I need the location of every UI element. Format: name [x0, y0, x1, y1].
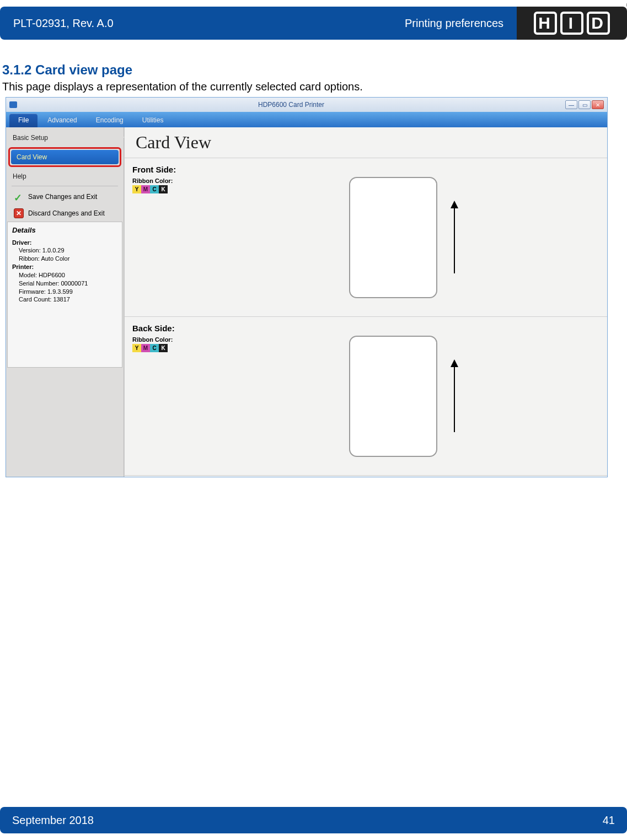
x-icon: ✕	[14, 208, 24, 218]
details-driver-label: Driver:	[12, 239, 31, 246]
footer-date: September 2018	[12, 814, 94, 827]
doc-header-bar: PLT-02931, Rev. A.0 Printing preferences	[0, 7, 517, 40]
footer-page-number: 41	[603, 814, 615, 827]
front-card-preview	[240, 158, 607, 316]
ribbon-chip-c-back: C	[150, 344, 159, 352]
ribbon-chip-k: K	[159, 185, 168, 193]
sidebar-action-discard-label: Discard Changes and Exit	[28, 209, 105, 217]
doc-header: PLT-02931, Rev. A.0 Printing preferences…	[0, 7, 627, 40]
front-ribbon-chips: Y M C K	[132, 185, 240, 193]
back-ribbon-chips: Y M C K	[132, 344, 240, 352]
section-description: This page displays a representation of t…	[2, 80, 363, 93]
section-heading: 3.1.2 Card view page	[2, 62, 132, 78]
ribbon-chip-y: Y	[132, 185, 141, 193]
front-card-outline	[349, 177, 437, 298]
sidebar-action-save-label: Save Changes and Exit	[28, 193, 97, 201]
maximize-button[interactable]: ▭	[578, 100, 591, 109]
menu-tab-encoding[interactable]: Encoding	[87, 114, 132, 127]
ribbon-chip-m: M	[141, 185, 150, 193]
details-title: Details	[12, 225, 117, 235]
close-button[interactable]: ✕	[592, 100, 604, 109]
details-printer-serial-label: Serial Number:	[19, 280, 59, 287]
checkmark-icon: ✓	[14, 192, 24, 202]
main-content: Card View Front Side: Ribbon Color: Y M …	[124, 127, 607, 477]
back-card-preview	[240, 317, 607, 475]
window-body: Basic Setup Card View Help ✓ Save Change…	[6, 127, 607, 477]
sidebar-item-card-view-wrap: Card View	[8, 147, 121, 167]
sidebar: Basic Setup Card View Help ✓ Save Change…	[6, 127, 124, 477]
details-printer-model: HDP6600	[39, 272, 65, 278]
front-ribbon-color-label: Ribbon Color:	[132, 177, 240, 184]
details-driver-ribbon-label: Ribbon:	[19, 255, 40, 262]
details-driver-ribbon: Auto Color	[41, 255, 69, 262]
front-side-row: Front Side: Ribbon Color: Y M C K	[125, 158, 607, 317]
main-heading-row: Card View	[125, 127, 607, 158]
sidebar-divider	[12, 186, 118, 186]
sidebar-item-card-view-label: Card View	[17, 153, 47, 161]
back-card-outline	[349, 336, 437, 457]
back-side-labels: Back Side: Ribbon Color: Y M C K	[125, 317, 240, 475]
doc-section-name: Printing preferences	[405, 17, 503, 30]
front-side-labels: Front Side: Ribbon Color: Y M C K	[125, 158, 240, 316]
details-printer-firmware: 1.9.3.599	[47, 288, 73, 295]
details-driver-version-label: Version:	[19, 247, 41, 254]
back-arrow-up-icon	[454, 360, 455, 432]
details-printer-cardcount: 13817	[53, 296, 70, 303]
hid-logo-icon: HID	[534, 12, 610, 35]
details-printer-serial: 00000071	[61, 280, 88, 287]
sidebar-item-help[interactable]: Help	[6, 169, 124, 184]
back-side-title: Back Side:	[132, 324, 240, 333]
details-printer-model-label: Model:	[19, 272, 37, 278]
sidebar-action-save[interactable]: ✓ Save Changes and Exit	[6, 189, 124, 205]
doc-footer: September 2018 41	[0, 807, 627, 833]
menu-tab-utilities[interactable]: Utilities	[133, 114, 173, 127]
ribbon-chip-k-back: K	[159, 344, 168, 352]
front-arrow-up-icon	[454, 202, 455, 273]
sidebar-action-discard[interactable]: ✕ Discard Changes and Exit	[6, 205, 124, 222]
sidebar-item-card-view[interactable]: Card View	[11, 150, 119, 164]
details-printer-firmware-label: Firmware:	[19, 288, 46, 295]
app-window: HDP6600 Card Printer — ▭ ✕ File Advanced…	[6, 97, 608, 477]
app-icon	[9, 101, 17, 108]
back-side-row: Back Side: Ribbon Color: Y M C K	[125, 317, 607, 476]
doc-id: PLT-02931, Rev. A.0	[13, 17, 114, 30]
ribbon-chip-m-back: M	[141, 344, 150, 352]
ribbon-chip-y-back: Y	[132, 344, 141, 352]
details-driver-version: 1.0.0.29	[42, 247, 65, 254]
menu-tab-advanced[interactable]: Advanced	[39, 114, 85, 127]
sidebar-selected-highlight: Card View	[8, 147, 121, 167]
window-controls: — ▭ ✕	[565, 100, 604, 109]
brand-logo-block: HID ®	[517, 7, 627, 40]
minimize-button[interactable]: —	[565, 100, 577, 109]
window-titlebar: HDP6600 Card Printer — ▭ ✕	[6, 98, 607, 112]
menu-strip: File Advanced Encoding Utilities	[6, 112, 607, 127]
details-printer-cardcount-label: Card Count:	[19, 296, 51, 303]
details-panel: Details Driver: Version: 1.0.0.29 Ribbon…	[7, 222, 122, 368]
sidebar-item-basic-setup[interactable]: Basic Setup	[6, 131, 124, 145]
back-ribbon-color-label: Ribbon Color:	[132, 336, 240, 343]
menu-tab-file[interactable]: File	[9, 114, 37, 127]
details-printer-label: Printer:	[12, 263, 34, 270]
front-side-title: Front Side:	[132, 165, 240, 174]
window-title: HDP6600 Card Printer	[17, 101, 565, 109]
main-heading: Card View	[136, 132, 211, 153]
ribbon-chip-c: C	[150, 185, 159, 193]
